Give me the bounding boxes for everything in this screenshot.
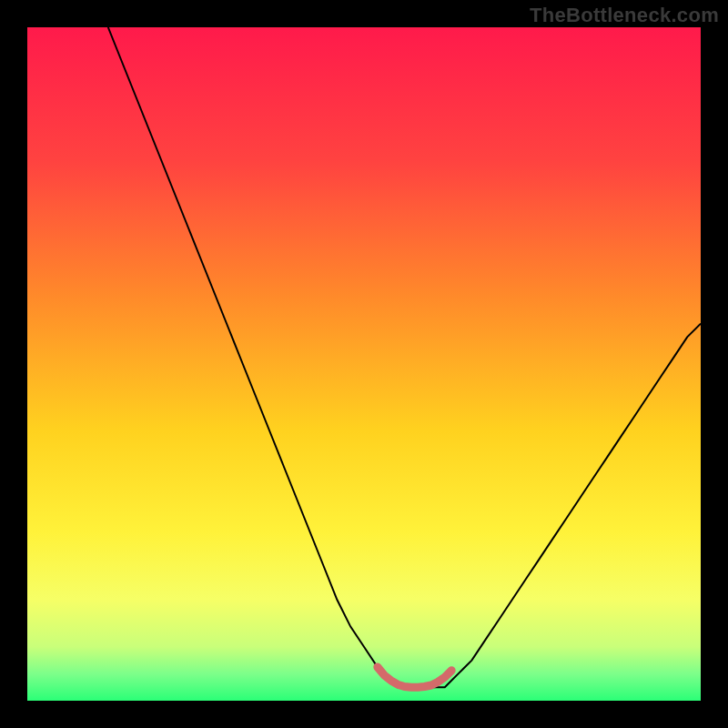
- chart-background-gradient: [27, 27, 701, 701]
- chart-svg: [27, 27, 701, 701]
- chart-plot-area: [27, 27, 701, 701]
- watermark-text: TheBottleneck.com: [530, 4, 719, 27]
- chart-frame: TheBottleneck.com: [0, 0, 728, 728]
